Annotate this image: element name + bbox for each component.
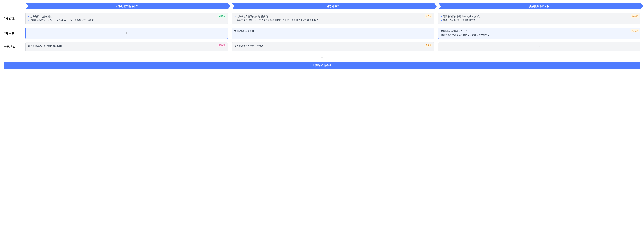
cell-r2c2: 直接影响引导目的地	[232, 28, 434, 39]
list-item: 或者说C端会经历几次转化环节？	[441, 18, 638, 22]
footer-label: C转B的C端路径	[313, 64, 331, 67]
cell-r2c3-body: 直接影响最终目标是什么？ 获得手机号？还是访问官网？还是注册使用店铺？	[441, 30, 638, 37]
cell-r2c3-line1: 直接影响最终目标是什么？	[441, 30, 628, 33]
list-item: 达到最终目的需要几次C端的主动行为，	[441, 15, 638, 18]
cell-r1c2: 案例② 达到新地方所经的路径步骤多吗？ 新地方是否提供了新价值？是否让C端可拥有…	[232, 13, 434, 24]
header-arrow-2-label: 引导到哪里	[326, 5, 339, 8]
cell-r3c2: 案例② 是否能避免跨产品的引导路径	[232, 42, 434, 52]
row-label-product-function: 产品功能	[4, 42, 21, 52]
tag-case2: 案例②	[631, 29, 639, 33]
cell-r3c1: 案例③ 是否影响该产品原功能的体验和理解	[26, 42, 228, 52]
cell-r1c2-list: 达到新地方所经的路径步骤多吗？ 新地方是否提供了新价值？是否让C端可拥有一个新的…	[234, 15, 432, 22]
header-arrow-2: 引导到哪里	[232, 3, 434, 10]
cell-r1c1: 案例① 放在首页、核心功能处 C端能清晰感受到区分：那个是别人的，这个是你自己事…	[26, 13, 228, 24]
cell-r2c3: 案例② 直接影响最终目标是什么？ 获得手机号？还是访问官网？还是注册使用店铺？	[438, 28, 640, 39]
cell-r2c3-line2: 获得手机号？还是访问官网？还是注册使用店铺？	[441, 33, 628, 37]
cell-r1c3-list: 达到最终目的需要几次C端的主动行为， 或者说C端会经历几次转化环节？	[441, 15, 638, 22]
cell-r2c2-text: 直接影响引导目的地	[234, 30, 254, 33]
footer-bar: C转B的C端路径	[4, 62, 640, 69]
tag-case3: 案例③	[218, 44, 226, 47]
cell-r1c1-list: 放在首页、核心功能处 C端能清晰感受到区分：那个是别人的，这个是你自己事业的开始	[28, 15, 225, 22]
cell-r3c3: /	[438, 42, 640, 52]
header-arrow-3-label: 是否抵达最终目标	[529, 5, 549, 8]
header-spacer	[4, 3, 21, 10]
cell-r2c1-text: /	[126, 31, 127, 35]
header-arrow-1-label: 从什么地方开始引导	[115, 5, 138, 8]
cell-r1c3: 案例② 达到最终目的需要几次C端的主动行为， 或者说C端会经历几次转化环节？	[438, 13, 640, 24]
row-label-c-psychology: C端心理	[4, 13, 21, 24]
header-arrow-3: 是否抵达最终目标	[438, 3, 640, 10]
header-arrow-1: 从什么地方开始引导	[26, 3, 228, 10]
list-item: C端能清晰感受到区分：那个是别人的，这个是你自己事业的开始	[28, 18, 225, 22]
cell-r3c3-text: /	[539, 45, 540, 49]
cell-r3c2-text: 是否能避免跨产品的引导路径	[234, 44, 432, 48]
down-arrow-row: ↓	[4, 54, 640, 59]
diagram-grid: 从什么地方开始引导 引导到哪里 是否抵达最终目标 C端心理 案例① 放在首页、核…	[4, 3, 640, 69]
list-item: 放在首页、核心功能处	[28, 15, 225, 18]
cell-r3c1-text: 是否影响该产品原功能的体验和理解	[28, 44, 225, 48]
tag-case2: 案例②	[425, 44, 432, 47]
cell-r2c1: /	[26, 28, 228, 39]
row-label-b-purpose: B端目的	[4, 28, 21, 39]
arrow-down-icon: ↓	[321, 54, 323, 59]
list-item: 新地方是否提供了新价值？是否让C端可拥有一个新的业务闭环？新的阻碍点多吗？	[234, 18, 432, 22]
list-item: 达到新地方所经的路径步骤多吗？	[234, 15, 432, 18]
